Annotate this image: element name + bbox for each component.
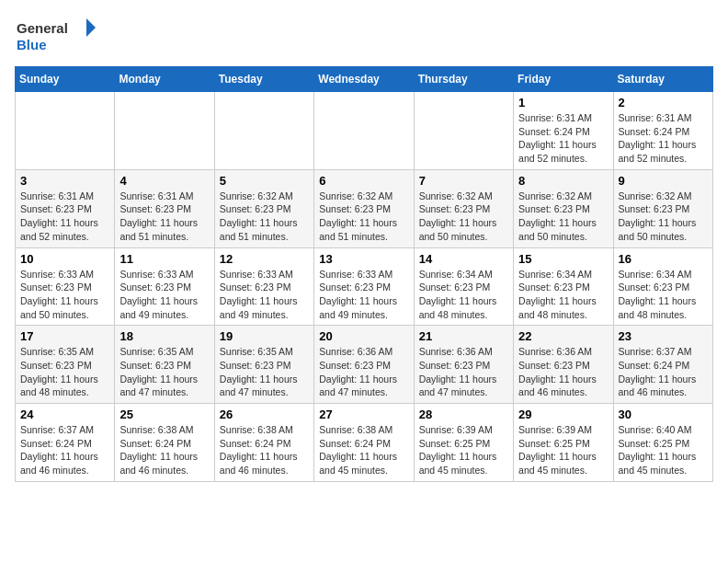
calendar-cell: 13Sunrise: 6:33 AMSunset: 6:23 PMDayligh… bbox=[314, 247, 414, 326]
day-number: 14 bbox=[419, 252, 508, 266]
day-number: 2 bbox=[619, 96, 708, 109]
day-of-week-header: Tuesday bbox=[214, 67, 313, 92]
day-info: Sunrise: 6:32 AMSunset: 6:23 PMDaylight:… bbox=[419, 190, 508, 244]
day-number: 8 bbox=[518, 174, 608, 188]
calendar-week-row: 3Sunrise: 6:31 AMSunset: 6:23 PMDaylight… bbox=[16, 169, 713, 247]
day-of-week-header: Sunday bbox=[16, 67, 115, 92]
day-number: 26 bbox=[220, 408, 309, 421]
calendar-cell: 23Sunrise: 6:37 AMSunset: 6:24 PMDayligh… bbox=[613, 326, 712, 404]
calendar-week-row: 24Sunrise: 6:37 AMSunset: 6:24 PMDayligh… bbox=[16, 404, 713, 482]
calendar-table: SundayMondayTuesdayWednesdayThursdayFrid… bbox=[15, 66, 713, 482]
calendar-cell: 29Sunrise: 6:39 AMSunset: 6:25 PMDayligh… bbox=[514, 404, 613, 482]
calendar-cell: 15Sunrise: 6:34 AMSunset: 6:23 PMDayligh… bbox=[514, 247, 613, 326]
calendar-cell: 10Sunrise: 6:33 AMSunset: 6:23 PMDayligh… bbox=[16, 247, 115, 326]
day-info: Sunrise: 6:36 AMSunset: 6:23 PMDaylight:… bbox=[319, 345, 408, 399]
day-info: Sunrise: 6:33 AMSunset: 6:23 PMDaylight:… bbox=[20, 268, 109, 322]
day-of-week-header: Monday bbox=[115, 67, 214, 92]
day-number: 27 bbox=[319, 408, 408, 421]
calendar-cell: 20Sunrise: 6:36 AMSunset: 6:23 PMDayligh… bbox=[314, 326, 414, 404]
day-number: 13 bbox=[319, 252, 408, 266]
calendar-cell: 24Sunrise: 6:37 AMSunset: 6:24 PMDayligh… bbox=[16, 404, 115, 482]
day-number: 6 bbox=[319, 174, 408, 188]
day-number: 30 bbox=[619, 408, 708, 421]
day-number: 19 bbox=[220, 329, 309, 343]
calendar-cell: 11Sunrise: 6:33 AMSunset: 6:23 PMDayligh… bbox=[115, 247, 214, 326]
day-info: Sunrise: 6:32 AMSunset: 6:23 PMDaylight:… bbox=[518, 190, 608, 244]
calendar-week-row: 1Sunrise: 6:31 AMSunset: 6:24 PMDaylight… bbox=[16, 92, 713, 170]
calendar-cell: 4Sunrise: 6:31 AMSunset: 6:23 PMDaylight… bbox=[115, 169, 214, 247]
day-number: 5 bbox=[220, 174, 309, 188]
day-number: 23 bbox=[619, 329, 708, 343]
calendar-cell bbox=[16, 92, 115, 170]
calendar-cell: 2Sunrise: 6:31 AMSunset: 6:24 PMDaylight… bbox=[613, 92, 712, 170]
calendar-week-row: 10Sunrise: 6:33 AMSunset: 6:23 PMDayligh… bbox=[16, 247, 713, 326]
day-number: 11 bbox=[119, 252, 209, 266]
day-number: 20 bbox=[319, 329, 408, 343]
day-info: Sunrise: 6:33 AMSunset: 6:23 PMDaylight:… bbox=[119, 268, 209, 322]
day-info: Sunrise: 6:35 AMSunset: 6:23 PMDaylight:… bbox=[119, 345, 209, 399]
day-info: Sunrise: 6:35 AMSunset: 6:23 PMDaylight:… bbox=[20, 345, 109, 399]
day-info: Sunrise: 6:34 AMSunset: 6:23 PMDaylight:… bbox=[619, 268, 708, 322]
day-info: Sunrise: 6:31 AMSunset: 6:24 PMDaylight:… bbox=[518, 111, 608, 166]
calendar-cell: 25Sunrise: 6:38 AMSunset: 6:24 PMDayligh… bbox=[115, 404, 214, 482]
calendar-cell: 9Sunrise: 6:32 AMSunset: 6:23 PMDaylight… bbox=[613, 169, 712, 247]
calendar-cell: 1Sunrise: 6:31 AMSunset: 6:24 PMDaylight… bbox=[514, 92, 613, 170]
day-info: Sunrise: 6:34 AMSunset: 6:23 PMDaylight:… bbox=[419, 268, 508, 322]
day-info: Sunrise: 6:38 AMSunset: 6:24 PMDaylight:… bbox=[220, 423, 309, 477]
day-info: Sunrise: 6:35 AMSunset: 6:23 PMDaylight:… bbox=[220, 345, 309, 399]
calendar-cell: 16Sunrise: 6:34 AMSunset: 6:23 PMDayligh… bbox=[613, 247, 712, 326]
day-of-week-header: Thursday bbox=[414, 67, 513, 92]
day-number: 29 bbox=[518, 408, 608, 421]
day-number: 22 bbox=[518, 329, 608, 343]
calendar-week-row: 17Sunrise: 6:35 AMSunset: 6:23 PMDayligh… bbox=[16, 326, 713, 404]
day-of-week-header: Wednesday bbox=[314, 67, 414, 92]
day-info: Sunrise: 6:33 AMSunset: 6:23 PMDaylight:… bbox=[319, 268, 408, 322]
day-info: Sunrise: 6:32 AMSunset: 6:23 PMDaylight:… bbox=[619, 190, 708, 244]
calendar-cell: 12Sunrise: 6:33 AMSunset: 6:23 PMDayligh… bbox=[214, 247, 313, 326]
calendar-cell: 30Sunrise: 6:40 AMSunset: 6:25 PMDayligh… bbox=[613, 404, 712, 482]
svg-marker-1 bbox=[86, 18, 96, 37]
day-info: Sunrise: 6:31 AMSunset: 6:23 PMDaylight:… bbox=[119, 190, 209, 244]
calendar-cell: 28Sunrise: 6:39 AMSunset: 6:25 PMDayligh… bbox=[414, 404, 513, 482]
day-number: 17 bbox=[20, 329, 109, 343]
day-number: 15 bbox=[518, 252, 608, 266]
day-number: 9 bbox=[619, 174, 708, 188]
calendar-cell bbox=[314, 92, 414, 170]
calendar-cell: 8Sunrise: 6:32 AMSunset: 6:23 PMDaylight… bbox=[514, 169, 613, 247]
calendar-cell: 18Sunrise: 6:35 AMSunset: 6:23 PMDayligh… bbox=[115, 326, 214, 404]
calendar-cell: 17Sunrise: 6:35 AMSunset: 6:23 PMDayligh… bbox=[16, 326, 115, 404]
day-of-week-header: Friday bbox=[514, 67, 613, 92]
day-info: Sunrise: 6:36 AMSunset: 6:23 PMDaylight:… bbox=[518, 345, 608, 399]
svg-text:Blue: Blue bbox=[17, 37, 47, 52]
day-number: 3 bbox=[20, 174, 109, 188]
day-number: 4 bbox=[119, 174, 209, 188]
day-number: 16 bbox=[619, 252, 708, 266]
calendar-cell: 27Sunrise: 6:38 AMSunset: 6:24 PMDayligh… bbox=[314, 404, 414, 482]
calendar-cell: 21Sunrise: 6:36 AMSunset: 6:23 PMDayligh… bbox=[414, 326, 513, 404]
day-number: 1 bbox=[518, 96, 608, 109]
calendar-cell: 3Sunrise: 6:31 AMSunset: 6:23 PMDaylight… bbox=[16, 169, 115, 247]
day-info: Sunrise: 6:32 AMSunset: 6:23 PMDaylight:… bbox=[220, 190, 309, 244]
day-info: Sunrise: 6:33 AMSunset: 6:23 PMDaylight:… bbox=[220, 268, 309, 322]
day-number: 7 bbox=[419, 174, 508, 188]
day-info: Sunrise: 6:32 AMSunset: 6:23 PMDaylight:… bbox=[319, 190, 408, 244]
calendar-cell: 14Sunrise: 6:34 AMSunset: 6:23 PMDayligh… bbox=[414, 247, 513, 326]
day-info: Sunrise: 6:37 AMSunset: 6:24 PMDaylight:… bbox=[619, 345, 708, 399]
day-number: 10 bbox=[20, 252, 109, 266]
logo-svg: General Blue bbox=[15, 15, 97, 55]
calendar-cell bbox=[115, 92, 214, 170]
logo: General Blue bbox=[15, 15, 97, 55]
day-number: 28 bbox=[419, 408, 508, 421]
day-number: 24 bbox=[20, 408, 109, 421]
day-number: 18 bbox=[119, 329, 209, 343]
page-header: General Blue bbox=[15, 15, 713, 55]
calendar-cell: 5Sunrise: 6:32 AMSunset: 6:23 PMDaylight… bbox=[214, 169, 313, 247]
day-number: 12 bbox=[220, 252, 309, 266]
day-info: Sunrise: 6:36 AMSunset: 6:23 PMDaylight:… bbox=[419, 345, 508, 399]
calendar-cell: 7Sunrise: 6:32 AMSunset: 6:23 PMDaylight… bbox=[414, 169, 513, 247]
calendar-cell: 26Sunrise: 6:38 AMSunset: 6:24 PMDayligh… bbox=[214, 404, 313, 482]
day-info: Sunrise: 6:38 AMSunset: 6:24 PMDaylight:… bbox=[119, 423, 209, 477]
day-info: Sunrise: 6:39 AMSunset: 6:25 PMDaylight:… bbox=[419, 423, 508, 477]
calendar-cell: 22Sunrise: 6:36 AMSunset: 6:23 PMDayligh… bbox=[514, 326, 613, 404]
svg-text:General: General bbox=[17, 20, 68, 36]
